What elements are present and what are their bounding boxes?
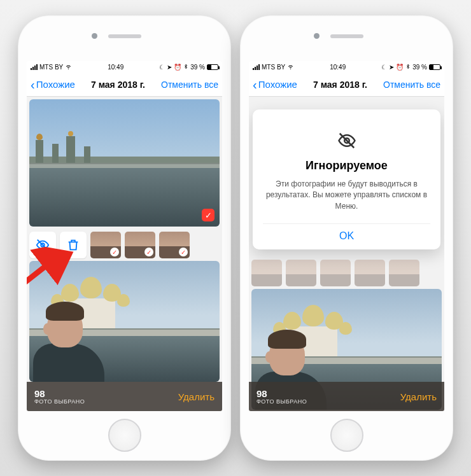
check-icon: ✓	[144, 248, 153, 256]
phone-speaker	[330, 34, 363, 38]
clock: 10:49	[330, 64, 346, 71]
ignore-info-modal: Игнорируемое Эти фотографии не будут выв…	[253, 109, 440, 249]
battery-pct: 39 %	[412, 64, 427, 71]
selection-count: 98	[257, 389, 307, 398]
signal-icon	[31, 64, 38, 70]
thumbnail-3[interactable]: ✓	[159, 232, 190, 258]
selection-count: 98	[34, 389, 85, 398]
selection-label: ФОТО ВЫБРАНО	[34, 398, 85, 405]
eye-slash-icon	[337, 131, 356, 150]
back-button[interactable]: ‹ Похожие	[31, 79, 75, 90]
thumbnail	[251, 260, 282, 286]
back-button[interactable]: ‹ Похожие	[253, 79, 297, 90]
selection-label: ФОТО ВЫБРАНО	[257, 398, 307, 405]
cancel-all-button[interactable]: Отменить все	[161, 80, 218, 90]
page-title: 7 мая 2018 г.	[91, 80, 145, 90]
phone-left: MTS BY 10:49 ☾ ➤ ⏰ 39 %	[18, 15, 231, 461]
modal-ok-button[interactable]: OK	[263, 223, 430, 244]
check-icon: ✓	[179, 248, 188, 256]
nav-bar: ‹ Похожие 7 мая 2018 г. Отменить все	[249, 73, 444, 97]
phone-camera	[92, 33, 97, 39]
dnd-icon: ☾	[381, 64, 387, 71]
modal-title: Игнорируемое	[263, 159, 430, 172]
back-label: Похожие	[258, 79, 297, 90]
nav-bar: ‹ Похожие 7 мая 2018 г. Отменить все	[27, 73, 222, 97]
thumbnail	[286, 260, 316, 286]
thumbnail	[355, 260, 385, 286]
bluetooth-icon	[183, 63, 188, 71]
location-icon: ➤	[167, 64, 172, 71]
thumbnail-1[interactable]: ✓	[90, 232, 121, 258]
phone-right: MTS BY 10:49 ☾ ➤ ⏰ 39 %	[240, 15, 453, 461]
back-label: Похожие	[36, 79, 75, 90]
trash-icon	[66, 238, 80, 252]
dnd-icon: ☾	[159, 64, 165, 71]
thumbnail	[389, 260, 419, 286]
page-title: 7 мая 2018 г.	[313, 80, 367, 90]
cancel-all-button[interactable]: Отменить все	[383, 80, 440, 90]
phone-camera	[314, 33, 320, 39]
signal-icon	[253, 64, 260, 70]
main-content: Игнорируемое Эти фотографии не будут выв…	[249, 97, 444, 411]
action-row: ✓ ✓ ✓	[27, 229, 222, 261]
carrier-label: MTS BY	[39, 64, 63, 71]
stage: ЯБЛЫК MTS BY 10:49 ☾ ➤ ⏰	[0, 0, 471, 476]
bluetooth-icon	[405, 63, 411, 71]
battery-icon	[207, 64, 218, 70]
thumbnail-2[interactable]: ✓	[125, 232, 155, 258]
modal-body: Эти фотографии не будут выводиться в рез…	[263, 179, 430, 212]
delete-button[interactable]: Удалить	[178, 391, 214, 402]
delete-button[interactable]: Удалить	[400, 391, 437, 402]
action-row-dimmed	[249, 257, 444, 289]
thumbnail	[320, 260, 351, 286]
wifi-icon	[65, 63, 72, 71]
main-content: ✓ ✓ ✓ ✓	[27, 97, 222, 411]
status-bar: MTS BY 10:49 ☾ ➤ ⏰ 39 %	[27, 61, 222, 73]
preview-photo[interactable]: ✓	[29, 99, 220, 227]
alarm-icon: ⏰	[396, 64, 404, 71]
check-icon: ✓	[110, 248, 119, 256]
selection-bar: 98 ФОТО ВЫБРАНО Удалить	[249, 382, 444, 411]
status-bar: MTS BY 10:49 ☾ ➤ ⏰ 39 %	[249, 61, 444, 73]
home-button[interactable]	[330, 419, 363, 452]
selected-badge[interactable]: ✓	[202, 209, 214, 221]
location-icon: ➤	[389, 64, 394, 71]
home-button[interactable]	[108, 419, 141, 452]
battery-icon	[429, 64, 440, 70]
carrier-label: MTS BY	[262, 64, 285, 71]
battery-pct: 39 %	[190, 64, 205, 71]
alarm-icon: ⏰	[174, 64, 181, 71]
screen-right: MTS BY 10:49 ☾ ➤ ⏰ 39 %	[249, 61, 444, 411]
phone-speaker	[108, 34, 141, 38]
screen-left: MTS BY 10:49 ☾ ➤ ⏰ 39 %	[27, 61, 222, 411]
clock: 10:49	[108, 64, 123, 71]
wifi-icon	[287, 63, 294, 71]
selection-bar: 98 ФОТО ВЫБРАНО Удалить	[27, 382, 222, 411]
